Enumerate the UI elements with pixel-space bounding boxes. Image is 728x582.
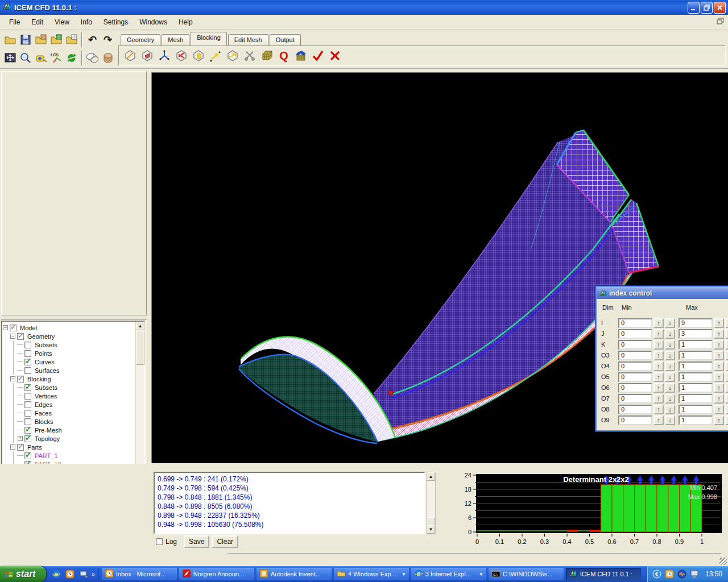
min-input-o5[interactable] xyxy=(618,372,652,382)
min-input-o9[interactable] xyxy=(618,415,652,425)
min-input-i[interactable] xyxy=(618,318,652,328)
max-input-o6[interactable] xyxy=(679,383,713,393)
min-input-o8[interactable] xyxy=(618,405,652,414)
max-up-icon[interactable]: ↑ xyxy=(714,394,724,404)
max-input-o5[interactable] xyxy=(679,372,713,382)
tree-item-geometry[interactable]: −✓Geometry xyxy=(2,332,135,340)
task-button[interactable]: C:\C:\WINDOWS\s... xyxy=(489,568,564,580)
redo-icon[interactable]: ↷ xyxy=(100,32,115,48)
tree-checkbox[interactable] xyxy=(24,367,31,374)
min-up-icon[interactable]: ↑ xyxy=(653,394,664,404)
tree-checkbox[interactable]: ✓ xyxy=(24,427,31,434)
tree-item-faces[interactable]: Faces xyxy=(2,409,135,417)
max-down-icon[interactable]: ↓ xyxy=(725,383,728,393)
tree-item-subsets[interactable]: ✓Subsets xyxy=(2,383,135,392)
merge-vertices-icon[interactable] xyxy=(156,48,172,64)
min-up-icon[interactable]: ↑ xyxy=(653,340,664,350)
min-down-icon[interactable]: ↓ xyxy=(665,340,675,350)
min-down-icon[interactable]: ↓ xyxy=(665,372,675,382)
delete-blocks-icon[interactable] xyxy=(327,48,342,64)
msg-scroll-down-icon[interactable]: ▼ xyxy=(427,525,435,534)
check-blocks-icon[interactable] xyxy=(310,48,325,64)
max-input-o9[interactable] xyxy=(679,415,713,425)
tree-checkbox[interactable] xyxy=(24,342,31,348)
zoom-icon[interactable] xyxy=(18,51,33,66)
task-button[interactable]: Autodesk Invent... xyxy=(257,568,332,580)
premesh-smooth-icon[interactable] xyxy=(293,48,308,64)
max-input-o4[interactable] xyxy=(679,361,713,371)
tree-checkbox[interactable]: ✓ xyxy=(24,384,31,391)
task-button[interactable]: 4 Windows Exp...▼ xyxy=(334,568,409,580)
max-input-k[interactable] xyxy=(679,340,713,350)
index-control-titlebar[interactable]: index control xyxy=(597,287,728,299)
display-icon[interactable] xyxy=(689,569,700,579)
menu-file[interactable]: File xyxy=(3,16,26,28)
outlook-reminder-icon[interactable] xyxy=(64,568,76,580)
open-blocking-icon[interactable] xyxy=(64,32,79,48)
minimize-button[interactable] xyxy=(688,2,700,14)
collapse-icon[interactable]: − xyxy=(10,444,15,450)
max-down-icon[interactable]: ↓ xyxy=(725,351,728,360)
task-button[interactable]: e3 Internet Expl...▼ xyxy=(411,568,486,580)
save-icon[interactable] xyxy=(18,32,33,48)
collapse-icon[interactable]: − xyxy=(10,334,15,339)
scroll-up-icon[interactable]: ▲ xyxy=(136,322,144,330)
tree-checkbox[interactable]: ✓ xyxy=(10,325,16,331)
menu-window-icon[interactable] xyxy=(717,17,725,27)
min-up-icon[interactable]: ↑ xyxy=(653,361,664,371)
max-down-icon[interactable]: ↓ xyxy=(725,340,728,350)
max-up-icon[interactable]: ↑ xyxy=(714,415,724,425)
edit-block-icon[interactable] xyxy=(173,48,189,64)
menu-info[interactable]: Info xyxy=(75,16,98,28)
tree-checkbox[interactable]: ✓ xyxy=(24,435,31,442)
msg-scroll-up-icon[interactable]: ▲ xyxy=(427,472,435,481)
clear-button[interactable]: Clear xyxy=(212,535,238,548)
refresh-icon[interactable] xyxy=(64,51,79,66)
max-up-icon[interactable]: ↑ xyxy=(714,383,724,393)
move-vertex-icon[interactable] xyxy=(191,48,206,64)
max-up-icon[interactable]: ↑ xyxy=(714,361,724,371)
tree-item-vertices[interactable]: Vertices xyxy=(2,392,135,400)
ie-icon[interactable]: e xyxy=(51,568,62,580)
menu-edit[interactable]: Edit xyxy=(26,16,49,28)
max-down-icon[interactable]: ↓ xyxy=(725,329,728,339)
min-up-icon[interactable]: ↑ xyxy=(653,415,664,425)
task-button[interactable]: Norgren Announ... xyxy=(179,568,254,580)
wireframe-cylinder-icon[interactable] xyxy=(85,51,100,66)
undo-icon[interactable]: ↶ xyxy=(85,32,100,48)
tree-checkbox[interactable] xyxy=(24,393,31,400)
max-down-icon[interactable]: ↓ xyxy=(725,415,728,425)
open-mesh-icon[interactable] xyxy=(48,32,64,48)
tree-item-points[interactable]: Points xyxy=(2,349,135,357)
max-down-icon[interactable]: ↓ xyxy=(725,394,728,404)
save-button[interactable]: Save xyxy=(184,535,209,548)
max-up-icon[interactable]: ↑ xyxy=(714,340,724,350)
show-desktop-icon[interactable] xyxy=(78,568,89,580)
open-icon[interactable] xyxy=(2,32,18,48)
log-checkbox[interactable] xyxy=(156,538,163,545)
tree-checkbox[interactable] xyxy=(24,410,31,417)
tab-output[interactable]: Output xyxy=(270,34,301,45)
max-down-icon[interactable]: ↓ xyxy=(725,405,728,414)
min-down-icon[interactable]: ↓ xyxy=(665,351,675,360)
min-down-icon[interactable]: ↓ xyxy=(665,361,675,371)
min-input-o6[interactable] xyxy=(618,383,652,393)
tree-checkbox[interactable]: ✓ xyxy=(24,452,31,459)
task-button[interactable]: ICEM CFD 11.0.1 : xyxy=(566,568,641,580)
quick-launch-overflow-icon[interactable]: » xyxy=(92,571,95,577)
tree-checkbox[interactable] xyxy=(24,401,31,408)
expand-icon[interactable]: + xyxy=(18,436,23,441)
min-input-o3[interactable] xyxy=(618,351,652,360)
split-block-icon[interactable] xyxy=(139,48,155,64)
tree-item-part_1[interactable]: ✓PART_1 xyxy=(2,451,135,460)
tab-edit-mesh[interactable]: Edit Mesh xyxy=(228,34,268,45)
fit-window-icon[interactable] xyxy=(2,51,18,66)
tree-checkbox[interactable]: ✓ xyxy=(17,376,24,383)
min-input-j[interactable] xyxy=(618,329,652,339)
max-down-icon[interactable]: ↓ xyxy=(725,318,728,328)
panel-splitter[interactable] xyxy=(1,316,147,321)
reminder-icon[interactable] xyxy=(664,569,675,579)
tree-item-subsets[interactable]: Subsets xyxy=(2,340,135,349)
task-group-dropdown-icon[interactable]: ▼ xyxy=(479,572,483,577)
max-up-icon[interactable]: ↑ xyxy=(714,329,724,339)
